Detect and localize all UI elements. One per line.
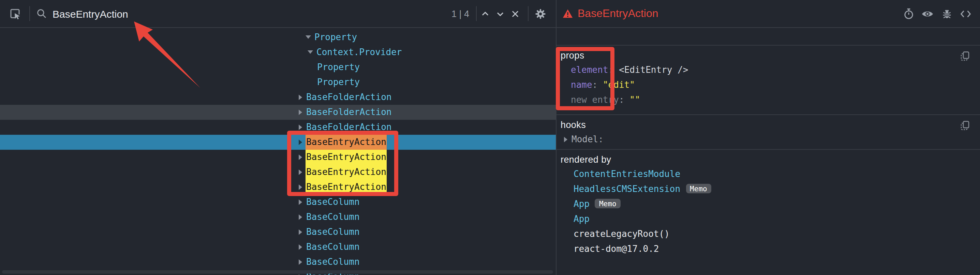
expand-arrow-icon[interactable] [299,154,302,160]
expand-arrow-icon[interactable] [299,169,302,175]
rendered-by-section-title: rendered by [561,155,980,165]
prop-key: name [571,80,592,90]
prop-colon: : [592,80,603,90]
copy-icon[interactable] [960,120,970,133]
rendered-by-item: AppMemo [561,197,980,212]
props-section-title: props [561,51,980,60]
tree-row[interactable]: Property [0,60,556,75]
react-devtools-window: BaseEntryAction 1 | 4 [0,0,980,275]
settings-gear-icon[interactable] [533,5,547,22]
tree-row[interactable]: BaseEntryAction [0,150,556,165]
hook-row[interactable]: Model: [561,132,980,147]
expand-arrow-icon[interactable] [299,109,302,115]
eye-icon[interactable] [920,5,935,22]
rendered-by-item: react-dom@17.0.2 [561,242,980,257]
panel-divider[interactable] [556,0,557,275]
collapse-arrow-icon[interactable] [305,35,311,39]
tree-row[interactable]: BaseColumn [0,195,556,210]
expand-arrow-icon[interactable] [299,244,302,250]
warning-triangle-icon [563,9,573,18]
tree-row[interactable]: BaseEntryAction [0,165,556,180]
chevron-down-icon[interactable] [492,5,508,22]
prop-colon: : [608,65,619,75]
tree-row[interactable]: BaseEntryAction [0,180,556,195]
collapse-arrow-icon[interactable] [307,51,313,54]
rendered-by-item: ContentEntriesModule [561,167,980,182]
component-name: BaseFolderAction [305,105,392,120]
memo-badge: Memo [686,184,711,193]
component-name: BaseEntryAction [305,135,387,150]
component-name: BaseColumn [305,224,360,240]
owner-link[interactable]: App [574,214,590,224]
rendered-by-section: rendered by ContentEntriesModuleHeadless… [557,149,980,275]
bug-icon[interactable] [939,5,954,22]
prop-value[interactable]: "edit" [603,80,635,90]
tree-row[interactable]: Property [0,30,556,45]
owner-link[interactable]: ContentEntriesModule [574,169,680,179]
prop-value[interactable]: "" [630,95,640,105]
prop-key: element [571,65,608,75]
component-name: BaseEntryAction [305,165,387,180]
search-result-count: 1 | 4 [452,8,469,19]
hook-name: Model [571,134,598,144]
prop-value[interactable]: <EditEntry /> [619,65,689,75]
tree-row[interactable]: BaseColumn [0,254,556,270]
toolbar-left: BaseEntryAction 1 | 4 [0,0,556,27]
component-name: Property [314,30,358,45]
prop-colon: : [619,95,630,105]
owner-link[interactable]: HeadlessCMSExtension [574,184,680,194]
expand-arrow-icon[interactable] [299,124,302,130]
component-name: Context.Provider [316,45,402,60]
prop-row: new entry: "" [561,93,980,107]
toolbar-divider [476,6,477,21]
tree-row[interactable]: Context.Provider [0,45,556,60]
component-name: BaseFolderAction [305,120,392,135]
tree-row[interactable]: Property [0,75,556,90]
component-name: Property [317,75,360,90]
prop-row: element: <EditEntry /> [561,63,980,77]
component-tree: PropertyContext.ProviderPropertyProperty… [0,28,556,275]
stopwatch-icon[interactable] [901,5,916,22]
expand-arrow-icon[interactable] [299,214,302,220]
tree-row[interactable]: BaseFolderAction [0,90,556,105]
component-name: BaseColumn [305,240,360,254]
tree-row[interactable]: BaseColumn [0,224,556,240]
owner-label: createLegacyRoot() [574,229,670,239]
expand-arrow-icon[interactable] [299,94,302,100]
horizontal-scrollbar[interactable] [2,270,553,273]
rendered-by-item: HeadlessCMSExtensionMemo [561,182,980,197]
tree-row[interactable]: BaseColumn [0,240,556,254]
rendered-by-item: App [561,212,980,227]
chevron-up-icon[interactable] [477,5,492,22]
tree-row[interactable]: BaseEntryAction [0,135,556,150]
prop-row: name: "edit" [561,77,980,93]
expand-arrow-icon[interactable] [299,184,302,190]
toolbar-divider [528,6,528,21]
owner-link[interactable]: App [574,199,590,209]
tree-row[interactable]: BaseFolderAction [0,105,556,120]
selected-component-title: BaseEntryAction [578,8,659,20]
component-name: BaseColumn [305,195,360,210]
component-name: BaseEntryAction [305,180,387,195]
rendered-by-item: createLegacyRoot() [561,227,980,242]
component-name: Property [317,60,360,75]
hook-colon: : [598,134,603,144]
component-name: BaseColumn [305,210,360,224]
expand-arrow-icon[interactable] [299,229,302,234]
copy-icon[interactable] [960,51,970,64]
search-icon [34,5,49,22]
inspect-element-icon[interactable] [8,5,22,22]
close-icon[interactable] [508,5,522,22]
hooks-section: hooks Model: [557,114,980,149]
expand-arrow-icon[interactable] [299,259,302,264]
tree-row[interactable]: BaseColumn [0,210,556,224]
search-input[interactable]: BaseEntryAction [52,8,128,19]
code-brackets-icon[interactable] [958,5,973,22]
tree-row[interactable]: BaseFolderAction [0,120,556,135]
expand-arrow-icon[interactable] [564,136,567,142]
props-section: props element: <EditEntry />name: "edit"… [557,45,980,114]
owner-label: react-dom@17.0.2 [574,244,659,254]
expand-arrow-icon[interactable] [299,199,302,205]
expand-arrow-icon[interactable] [299,139,302,145]
hooks-section-title: hooks [561,120,980,130]
